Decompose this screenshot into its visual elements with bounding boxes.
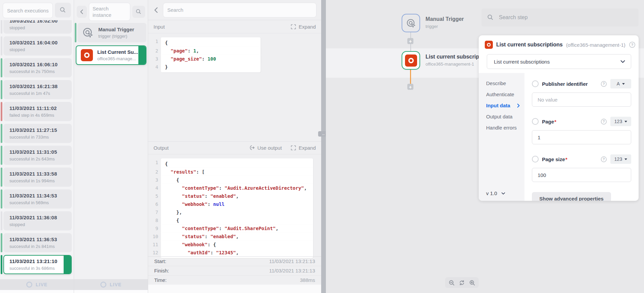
code-line: 4} [150,63,321,72]
execution-date: 11/03/2021 11:11:02 [9,105,67,111]
execution-list-item[interactable]: 11/03/2021 11:34:53 successful in 569ms [1,189,72,209]
search-icon [59,6,67,14]
execution-list-item[interactable]: 10/03/2021 16:04:00 stopped [1,36,72,56]
field-type-selector[interactable]: 123 [610,154,631,164]
help-icon[interactable] [601,156,607,162]
version-selector[interactable]: v 1.0 [486,190,506,196]
zoom-in-button[interactable] [469,280,475,286]
add-step-button[interactable]: + [407,38,413,44]
page-size-input[interactable] [532,168,631,182]
input-json-viewer[interactable]: 1{2 "page": 1,3 "page_size": 1004} [148,33,321,72]
chevron-left-icon[interactable] [153,6,160,14]
field-type-selector[interactable]: 123 [610,117,631,126]
execution-date: 11/03/2021 11:36:08 [9,215,67,220]
panel-resize-divider[interactable]: ↔ [321,0,326,293]
help-icon[interactable] [601,81,607,87]
publisher-identifier-input[interactable] [532,93,631,107]
executions-live-toggle[interactable]: LIVE [0,279,74,290]
execution-list-item[interactable]: 10/03/2021 16:21:38 successful in 1m 47s [1,80,72,99]
executions-panel: 10/03/2021 16:02:00 stopped 10/03/2021 1… [0,0,74,293]
office365-icon [405,54,417,67]
node-list-current-subscriptions[interactable] [402,51,420,70]
execution-list-item[interactable]: 10/03/2021 16:06:10 successful in 2s 750… [1,58,72,77]
field-mode-radio[interactable] [532,118,539,125]
status-strip [1,124,2,143]
search-step-input[interactable] [498,14,633,21]
bottom-strip [74,290,148,293]
zoom-out-button[interactable] [448,280,455,286]
add-step-button[interactable]: + [407,84,413,90]
status-strip [1,36,2,56]
instance-panel: Search instance Manual Trigger trigger (… [74,0,148,293]
execution-date: 11/03/2021 11:34:53 [9,193,67,198]
instance-step-item[interactable]: Manual Trigger trigger (trigger) [75,23,146,42]
office365-icon [485,41,493,49]
inspector-nav-input-data[interactable]: Input data [479,100,524,111]
execution-list-item[interactable]: 11/03/2021 11:36:53 successful in 2s 841… [1,233,72,252]
execution-status: stopped [9,25,67,30]
status-strip [75,23,76,42]
inspector-nav-handle-errors[interactable]: Handle errors [479,122,524,133]
execution-list-item[interactable]: 11/03/2021 11:36:08 stopped [1,211,72,230]
node-manual-trigger[interactable] [402,14,420,32]
inspector-nav: Describe Authenticate Input data Output … [479,73,524,201]
code-line: 6 "webhook": null [150,200,321,208]
instance-step-item[interactable]: List Current Su... office365-manage... [76,45,146,65]
status-strip [1,80,2,99]
field-mode-radio[interactable] [532,80,539,87]
execution-status: stopped [9,222,67,227]
live-icon [100,282,106,288]
chevron-down-icon [501,191,506,196]
field-type-selector[interactable]: A [610,79,631,88]
execution-list-item[interactable]: 11/03/2021 11:33:58 successful in 1s 994… [1,168,72,187]
help-icon[interactable] [601,118,607,125]
expand-output-button[interactable]: Expand [291,145,316,151]
search-instance-input[interactable]: Search instance [89,3,130,21]
inspector-nav-describe[interactable]: Describe [479,78,524,89]
expand-input-button[interactable]: Expand [291,24,316,30]
show-advanced-properties-button[interactable]: Show advanced properties [532,192,611,201]
inspector-nav-output-data[interactable]: Output data [479,111,524,122]
expand-icon [291,145,296,151]
chevron-down-icon [624,121,627,122]
status-strip [1,102,2,121]
office365-icon [80,49,93,62]
execution-date: 10/03/2021 16:02:00 [9,20,67,24]
code-line: 11 "webhook": { [150,241,321,249]
executions-list: 10/03/2021 16:02:00 stopped 10/03/2021 1… [0,20,74,279]
execution-list-item[interactable]: 11/03/2021 13:21:10 successful in 3s 686… [1,255,72,274]
operation-select[interactable]: List current subscriptions [487,54,631,69]
inspector-nav-authenticate[interactable]: Authenticate [479,89,524,100]
search-executions-input[interactable] [3,3,53,18]
search-io-input[interactable] [163,3,316,17]
output-json-viewer[interactable]: 1{2 "results": [3 {4 "contentType": "Aud… [148,154,321,258]
reset-zoom-button[interactable] [459,280,465,286]
page-input[interactable] [532,130,631,144]
execution-status: successful in 733ms [9,135,67,140]
field-label: Page* [542,119,556,124]
help-icon[interactable] [629,41,636,48]
status-strip [1,255,2,274]
canvas-zoom-controls [445,277,479,288]
collapse-instance-panel-button[interactable] [77,6,87,18]
execution-list-item[interactable]: 11/03/2021 11:31:05 successful in 2s 643… [1,146,72,165]
execution-list-item[interactable]: 10/03/2021 16:02:00 stopped [1,20,72,34]
search-instance-button[interactable] [132,6,145,18]
execution-list-item[interactable]: 11/03/2021 11:11:02 failed step in 4s 65… [1,102,72,121]
inspector-title: List current subscriptions [496,42,563,48]
meta-label: Time: [154,277,167,283]
output-section: Output Use output Expand 1{2 "results": … [148,141,321,256]
use-output-button[interactable]: Use output [249,145,282,151]
execution-list-item[interactable]: 11/03/2021 11:27:15 successful in 733ms [1,124,72,143]
instance-live-toggle[interactable]: LIVE [74,279,148,290]
manual-trigger-icon [81,26,94,39]
search-executions-button[interactable] [55,3,71,17]
field-mode-radio[interactable] [532,156,539,162]
code-line: 1{ [150,37,321,47]
search-step-box [481,8,639,27]
chevron-down-icon [622,83,625,85]
status-strip [1,20,2,34]
input-section: Input Expand 1{2 "page": 1,3 "page_size"… [148,20,321,142]
execution-date: 11/03/2021 11:31:05 [9,149,67,155]
execution-meta: Start: 11/03/2021 13:21:13 Finish: 11/03… [148,256,321,285]
